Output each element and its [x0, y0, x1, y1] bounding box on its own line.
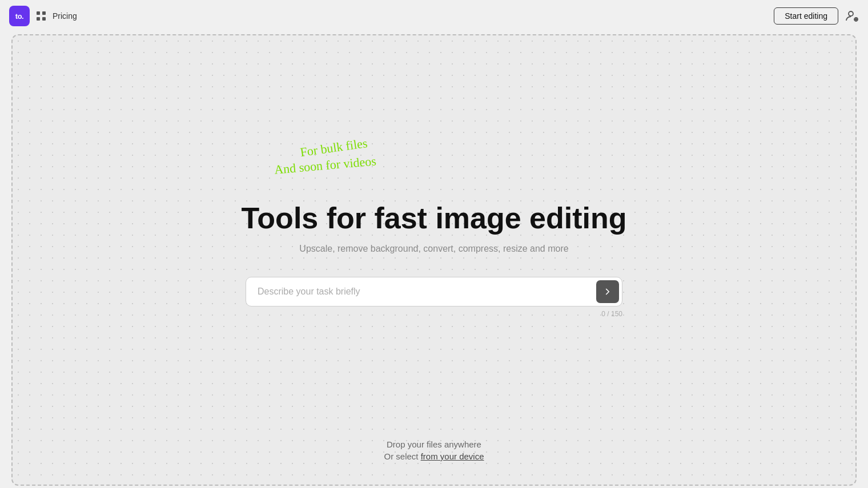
from-device-link[interactable]: from your device — [421, 451, 484, 461]
annotation-line2: And soon for videos — [274, 152, 377, 179]
logo[interactable]: to. — [9, 6, 30, 26]
drop-zone-text: Drop your files anywhere Or select from … — [384, 439, 484, 462]
content-wrapper: For bulk files And soon for videos Tools… — [13, 202, 855, 318]
char-count: 0 / 150 — [246, 310, 622, 318]
arrow-right-icon — [602, 287, 613, 297]
subtitle: Upscale, remove background, convert, com… — [299, 244, 568, 254]
navbar-left: to. Pricing — [9, 6, 77, 26]
main-title: Tools for fast image editing — [241, 202, 626, 235]
start-editing-button[interactable]: Start editing — [774, 7, 838, 25]
logo-text: to. — [15, 12, 23, 21]
main-drop-area[interactable]: For bulk files And soon for videos Tools… — [11, 34, 857, 486]
user-settings-icon[interactable] — [845, 9, 859, 23]
svg-point-0 — [849, 11, 853, 16]
pricing-link[interactable]: Pricing — [53, 11, 77, 21]
submit-button[interactable] — [596, 280, 619, 303]
navbar: to. Pricing Start editing — [0, 0, 868, 32]
select-text: Or select from your device — [384, 451, 484, 461]
drop-label: Drop your files anywhere — [384, 439, 484, 449]
annotation-line1: For bulk files — [291, 134, 377, 163]
navbar-right: Start editing — [774, 7, 859, 25]
select-prefix: Or select — [384, 451, 420, 461]
annotation-text: For bulk files And soon for videos — [274, 139, 376, 175]
input-container — [246, 277, 622, 306]
task-input[interactable] — [246, 277, 622, 306]
grid-icon[interactable] — [37, 11, 46, 21]
